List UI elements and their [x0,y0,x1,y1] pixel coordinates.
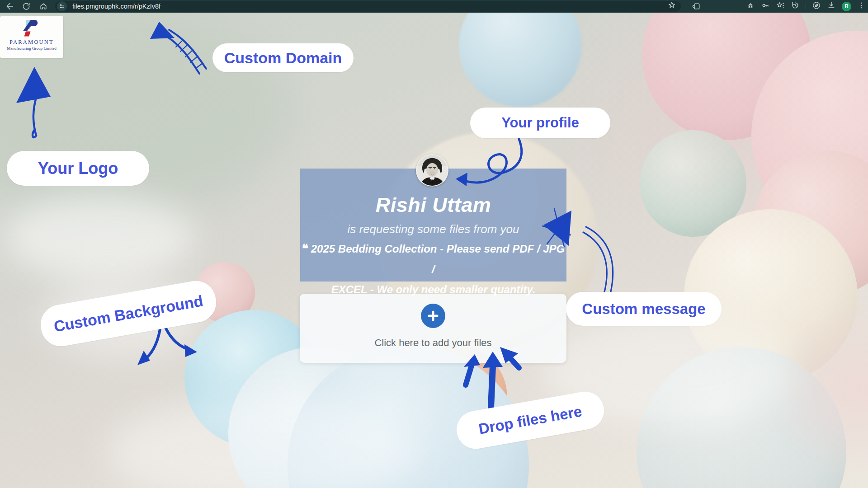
downloads-icon[interactable] [827,1,836,12]
reload-icon[interactable] [21,1,32,12]
company-logo: PARAMOUNT Manufacturing Group Limited [0,16,63,58]
quote-icon: ❝ [302,242,308,255]
browser-toolbar: files.pmgrouphk.com/r/pKzIv8f [0,0,868,13]
password-key-icon[interactable] [761,1,770,12]
toolbar-extensions-cluster: R [746,1,865,12]
profile-avatar-badge[interactable]: R [842,2,851,11]
eco-leaf-icon[interactable] [812,1,821,12]
profile-photo [416,154,448,187]
message-line2: EXCEL - We only need smaller quantity. [331,283,536,296]
add-files-plus-icon[interactable] [421,304,445,328]
company-subtitle: Manufacturing Group Limited [7,46,56,51]
requester-name: Rishi Uttam [300,193,566,217]
paramount-logo-mark [22,19,42,38]
file-request-page: { "browser": { "url": "files.pmgrouphk.c… [0,0,868,488]
extension-cart-icon[interactable] [746,1,755,12]
address-bar[interactable]: files.pmgrouphk.com/r/pKzIv8f [55,1,681,12]
review-star-icon[interactable] [776,1,785,12]
annotation-your-logo: Your Logo [7,151,149,186]
url-text[interactable]: files.pmgrouphk.com/r/pKzIv8f [72,3,667,10]
annotation-custom-domain: Custom Domain [212,43,354,72]
home-icon[interactable] [38,1,49,12]
message-line1: 2025 Bedding Collection - Please send PD… [311,243,565,275]
custom-message-text: ❝2025 Bedding Collection - Please send P… [300,239,566,300]
company-name: PARAMOUNT [9,39,54,46]
site-info-icon[interactable] [57,1,67,11]
history-icon[interactable] [791,1,800,12]
extensions-icon[interactable] [691,1,702,12]
file-drop-zone[interactable]: Click here to add your files [300,294,566,363]
request-subtitle: is requesting some files from you [300,222,566,236]
annotation-custom-message: Custom message [566,292,722,326]
back-icon[interactable] [4,1,14,12]
upload-label[interactable]: Click here to add your files [300,337,566,349]
menu-kebab-icon[interactable] [857,1,865,11]
toolbar-divider [806,3,806,10]
annotation-your-profile: Your profile [470,108,610,138]
bookmark-star-icon[interactable] [667,1,676,12]
